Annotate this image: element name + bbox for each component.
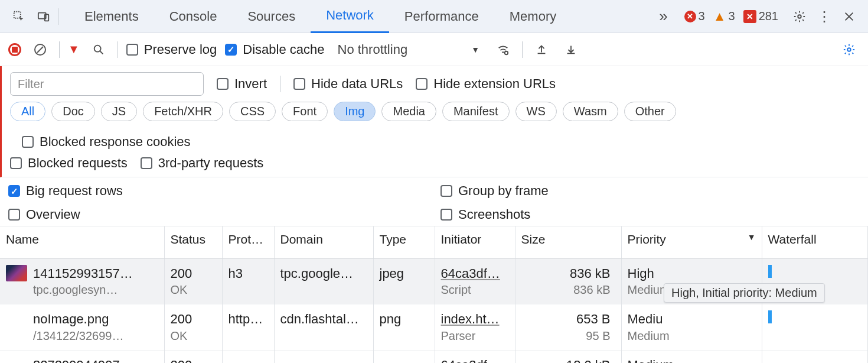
preserve-log-label: Preserve log [144,42,217,57]
hide-data-label: Hide data URLs [311,76,403,92]
device-toolbar-icon[interactable] [33,6,54,27]
view-options: Big request rows Group by frame Overview… [0,177,868,226]
svg-point-3 [798,15,801,18]
invert-label: Invert [234,76,267,92]
search-icon[interactable] [88,39,109,60]
col-initiator[interactable]: Initiator [435,226,515,258]
separator [58,8,58,25]
sort-indicator-icon: ▼ [748,232,756,242]
blocked-cookies-checkbox[interactable]: Blocked response cookies [22,134,191,150]
issues-count: 281 [759,9,778,23]
requests-table-wrap: NameStatusProt…DomainTypeInitiatorSizePr… [0,226,868,363]
filter-pill-img[interactable]: Img [334,102,376,121]
priority-tooltip: High, Initial priority: Medium [664,283,825,303]
table-header-row: NameStatusProt…DomainTypeInitiatorSizePr… [0,226,868,258]
third-party-checkbox[interactable]: 3rd-party requests [141,155,264,171]
overview-label: Overview [26,207,80,222]
tab-console[interactable]: Console [154,0,233,33]
overview-checkbox[interactable]: Overview [8,207,80,222]
big-request-rows-checkbox[interactable]: Big request rows [8,183,123,199]
warning-count: 3 [729,9,735,23]
hide-extension-urls-checkbox[interactable]: Hide extension URLs [416,76,556,92]
error-icon: ✕ [684,11,696,22]
network-conditions-icon[interactable] [492,39,514,60]
tab-sources[interactable]: Sources [232,0,311,33]
hide-data-urls-checkbox[interactable]: Hide data URLs [293,76,403,92]
preserve-log-checkbox[interactable]: Preserve log [126,42,217,57]
col-status[interactable]: Status [164,226,222,258]
filter-pill-other[interactable]: Other [624,102,676,121]
filter-bar: Invert Hide data URLs Hide extension URL… [0,66,868,177]
filter-input[interactable] [10,72,204,96]
tab-elements[interactable]: Elements [69,0,154,33]
blocked-cookies-label: Blocked response cookies [40,134,191,150]
filter-pill-css[interactable]: CSS [229,102,276,121]
waterfall-bar [768,310,772,323]
record-button[interactable] [8,43,21,56]
col-priority[interactable]: Priority▼ [621,226,762,258]
throttling-value: No throttling [338,42,408,57]
disable-cache-label: Disable cache [243,42,324,57]
devtools-tabstrip: ElementsConsoleSourcesNetworkPerformance… [0,0,868,33]
blocked-requests-label: Blocked requests [28,155,128,171]
issues-icon: ✕ [743,10,756,23]
download-har-icon[interactable] [560,39,582,60]
status-counters: ✕ 3 ▲ 3 ✕ 281 [684,9,778,24]
third-party-label: 3rd-party requests [158,155,264,171]
col-waterfall[interactable]: Waterfall [762,226,868,258]
gear-icon[interactable] [789,6,810,27]
svg-point-5 [94,45,100,51]
svg-point-6 [505,51,508,54]
filter-pill-wasm[interactable]: Wasm [563,102,618,121]
error-counter[interactable]: ✕ 3 [684,9,705,23]
tab-memory[interactable]: Memory [494,0,572,33]
screenshots-label: Screenshots [458,207,530,222]
filter-funnel-icon[interactable]: ▼ [68,43,80,56]
invert-checkbox[interactable]: Invert [217,76,267,92]
col-size[interactable]: Size [515,226,621,258]
col-prot[interactable]: Prot… [222,226,274,258]
col-name[interactable]: Name [0,226,164,258]
clear-icon[interactable] [30,39,51,60]
table-row[interactable]: noImage.png/134122/32699…200OKhttp…cdn.f… [0,304,868,351]
filter-pill-media[interactable]: Media [381,102,436,121]
warning-counter[interactable]: ▲ 3 [713,9,735,24]
inspect-icon[interactable] [8,6,30,27]
tab-network[interactable]: Network [311,0,389,33]
table-body: 141152993157…tpc.googlesyn…200OKh3tpc.go… [0,258,868,363]
big-rows-label: Big request rows [26,183,123,199]
more-tabs-icon[interactable]: » [653,7,673,25]
filter-pill-ws[interactable]: WS [515,102,557,121]
resource-type-pills: AllDocJSFetch/XHRCSSFontImgMediaManifest… [10,102,676,121]
disable-cache-checkbox[interactable]: Disable cache [225,42,324,57]
group-by-frame-checkbox[interactable]: Group by frame [440,183,549,199]
waterfall-bar [768,265,772,278]
col-type[interactable]: Type [373,226,435,258]
settings-gear-icon[interactable] [838,39,860,60]
group-label: Group by frame [458,183,549,199]
error-count: 3 [699,9,705,23]
col-domain[interactable]: Domain [274,226,373,258]
close-icon[interactable] [838,6,860,27]
issues-counter[interactable]: ✕ 281 [743,9,778,23]
kebab-icon[interactable]: ⋮ [814,6,835,27]
table-row[interactable]: 827299944997…20064ca3df…12.0 kBMedium [0,350,868,363]
throttling-select[interactable]: No throttling ▼ [333,42,484,57]
upload-har-icon[interactable] [531,39,552,60]
warning-icon: ▲ [713,9,726,24]
blocked-requests-checkbox[interactable]: Blocked requests [10,155,128,171]
screenshots-checkbox[interactable]: Screenshots [440,207,530,222]
separator [118,41,118,58]
separator [522,41,523,58]
panel-tabs: ElementsConsoleSourcesNetworkPerformance… [69,0,650,33]
filter-pill-manifest[interactable]: Manifest [442,102,510,121]
filter-pill-js[interactable]: JS [101,102,137,121]
filter-pill-fetch-xhr[interactable]: Fetch/XHR [143,102,223,121]
filter-pill-font[interactable]: Font [282,102,328,121]
tab-performance[interactable]: Performance [389,0,494,33]
separator [280,76,280,92]
filter-pill-doc[interactable]: Doc [51,102,95,121]
thumbnail-icon [6,265,27,281]
filter-pill-all[interactable]: All [10,102,45,121]
separator [59,41,60,58]
